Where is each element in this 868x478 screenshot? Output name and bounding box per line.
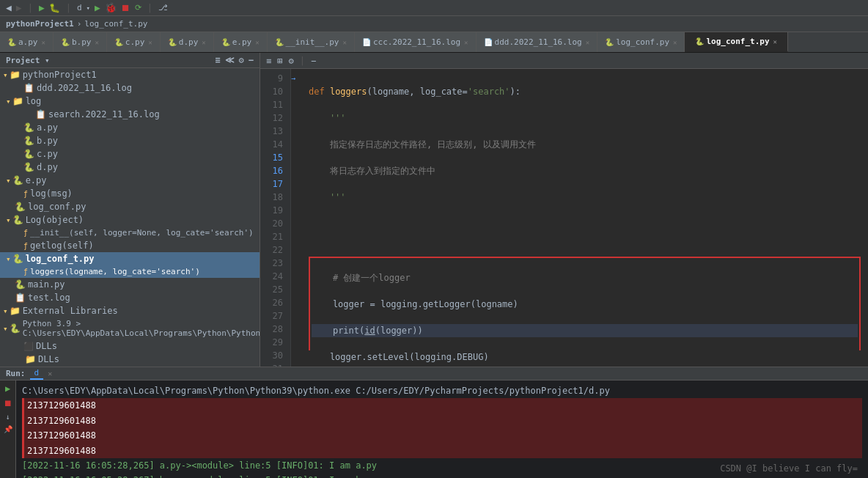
line-num-16: 16 bbox=[260, 164, 286, 177]
code-line-10: ''' bbox=[309, 111, 862, 125]
tree-item-log-conf-py[interactable]: 🐍 log_conf.py bbox=[0, 200, 260, 213]
code-line-15: # 创建一个logger bbox=[312, 271, 858, 284]
terminal-line-path: C:\Users\EDY\AppData\Local\Programs\Pyth… bbox=[22, 383, 862, 398]
toolbar-stop-btn[interactable]: ⏹ bbox=[121, 2, 130, 13]
tree-item-root[interactable]: ▾ 📁 pythonProject1 bbox=[0, 68, 260, 81]
tree-item-ext-libs[interactable]: ▾ 📁 External Libraries bbox=[0, 304, 260, 317]
debug-icon[interactable]: 🐛 bbox=[49, 3, 60, 13]
line-num-14: 14 bbox=[260, 138, 286, 151]
fn-icon-loggers: ƒ bbox=[23, 268, 28, 276]
toolbar-rerun-btn[interactable]: ⟳ bbox=[135, 3, 141, 12]
tab-b-close[interactable]: ✕ bbox=[95, 39, 98, 46]
code-line-11: 指定保存日志的文件路径, 日志级别, 以及调用文件 bbox=[309, 138, 862, 151]
tree-item-a-py[interactable]: 🐍 a.py bbox=[0, 121, 260, 134]
tab-e-py[interactable]: 🐍 e.py ✕ bbox=[214, 32, 268, 52]
sidebar: Project ▾ ≡ ≪ ⚙ − ▾ 📁 pythonProject1 📋 d… bbox=[0, 53, 260, 367]
tab-b-py[interactable]: 🐍 b.py ✕ bbox=[54, 32, 107, 52]
line-num-13: 13 bbox=[260, 125, 286, 138]
toolbar-debug-btn[interactable]: 🐞 bbox=[105, 2, 117, 13]
tab-ddd-log[interactable]: 📄 ddd.2022_11_16.log ✕ bbox=[477, 32, 598, 52]
line-num-11: 11 bbox=[260, 98, 286, 111]
tree-item-log-object[interactable]: ▾ 🐍 Log(object) bbox=[0, 213, 260, 227]
tree-item-log-folder[interactable]: ▾ 📁 log bbox=[0, 95, 260, 108]
tree-item-b-py[interactable]: 🐍 b.py bbox=[0, 134, 260, 147]
code-minus-icon[interactable]: − bbox=[311, 56, 316, 66]
py-icon-b: 🐍 bbox=[23, 136, 34, 146]
play-again-icon[interactable]: ▶ bbox=[5, 383, 10, 394]
tree-item-log-conf-t-py[interactable]: ▾ 🐍 log_conf_t.py bbox=[0, 252, 260, 265]
separator: | bbox=[28, 3, 33, 13]
fn-icon-init: ƒ bbox=[23, 229, 28, 237]
tab-log-conf-t-py[interactable]: 🐍 log_conf_t.py ✕ bbox=[685, 32, 788, 52]
vcs-icon[interactable]: ⎇ bbox=[158, 3, 168, 12]
tab-ccc-close[interactable]: ✕ bbox=[464, 39, 468, 46]
log-icon-test: 📋 bbox=[15, 293, 26, 303]
sidebar-icon-align[interactable]: ≡ bbox=[215, 55, 220, 65]
tab-ddd-close[interactable]: ✕ bbox=[586, 39, 589, 46]
run-tab-close[interactable]: ✕ bbox=[48, 369, 52, 378]
tab-log-conf-t-close[interactable]: ✕ bbox=[773, 38, 777, 45]
toolbar-label: d bbox=[77, 3, 82, 12]
class-open-icon: ▾ bbox=[6, 216, 11, 225]
tree-item-test-log[interactable]: 📋 test.log bbox=[0, 291, 260, 304]
stop-icon[interactable]: ⏹ bbox=[4, 398, 12, 408]
terminal-output-1: 2137129601488 bbox=[22, 398, 862, 413]
py-icon-e: 🐍 bbox=[12, 175, 23, 185]
code-line-16: logger = logging.getLogger(logname) bbox=[312, 298, 858, 311]
folder-e-open-icon: ▾ bbox=[6, 176, 11, 185]
tree-item-ddd-log[interactable]: 📋 ddd.2022_11_16.log bbox=[0, 81, 260, 95]
code-content: 9 10 11 12 13 14 15 16 17 18 19 20 21 22… bbox=[260, 69, 868, 367]
tab-ccc-log[interactable]: 📄 ccc.2022_11_16.log ✕ bbox=[355, 32, 477, 52]
sidebar-icon-collapse[interactable]: ≪ bbox=[225, 55, 235, 65]
tree-item-main-py[interactable]: 🐍 main.py bbox=[0, 278, 260, 291]
tab-a-close[interactable]: ✕ bbox=[42, 39, 45, 46]
hierarchy-icon[interactable]: ⊞ bbox=[277, 56, 282, 66]
tree-item-search-log[interactable]: 📋 search.2022_11_16.log bbox=[0, 108, 260, 121]
line-num-20: 20 bbox=[260, 217, 286, 230]
sidebar-icon-settings[interactable]: ⚙ bbox=[239, 55, 244, 65]
bottom-panel: Run: d ✕ ▶ ⏹ ↓ 📌 C:\Users\EDY\AppData\Lo… bbox=[0, 367, 868, 478]
toolbar-run-btn[interactable]: ▶ bbox=[95, 2, 100, 13]
folder-open2-icon: ▾ bbox=[6, 97, 11, 106]
run-icon[interactable]: ▶ bbox=[39, 2, 45, 13]
scroll-end-icon[interactable]: ↓ bbox=[5, 413, 10, 421]
tab-c-py[interactable]: 🐍 c.py ✕ bbox=[107, 32, 161, 52]
tab-a-py[interactable]: 🐍 a.py ✕ bbox=[0, 32, 54, 52]
nav-back-icon[interactable]: ◀ bbox=[6, 2, 12, 13]
tree-item-c-py[interactable]: 🐍 c.py bbox=[0, 147, 260, 161]
tree-item-d-py[interactable]: 🐍 d.py bbox=[0, 161, 260, 174]
code-line-13: ''' bbox=[309, 191, 862, 204]
code-line-18: logger.setLevel(logging.DEBUG) bbox=[309, 350, 862, 364]
tab-c-close[interactable]: ✕ bbox=[148, 39, 152, 46]
tree-item-loggers-fn[interactable]: ƒ loggers(logname, log_cate='search') bbox=[0, 265, 260, 278]
tab-e-close[interactable]: ✕ bbox=[255, 39, 259, 46]
tab-log-conf-py[interactable]: 🐍 log_conf.py ✕ bbox=[597, 32, 685, 52]
tree-item-e-py[interactable]: ▾ 🐍 e.py bbox=[0, 174, 260, 187]
run-bar: Run: d ✕ bbox=[0, 367, 868, 380]
structure-icon[interactable]: ≡ bbox=[266, 56, 271, 66]
code-text-area[interactable]: def loggers(logname, log_cate='search'):… bbox=[303, 69, 868, 367]
terminal-left-bar: ▶ ⏹ ↓ 📌 bbox=[0, 380, 16, 478]
terminal-output-4: 2137129601488 bbox=[22, 444, 862, 458]
tab-d-close[interactable]: ✕ bbox=[202, 39, 205, 46]
sidebar-icon-minus[interactable]: − bbox=[249, 55, 254, 65]
tree-item-python39[interactable]: ▾ 🐍 Python 3.9 > C:\Users\EDY\AppData\Lo… bbox=[0, 317, 260, 339]
line-num-10: 10 bbox=[260, 85, 286, 98]
tree-item-dlls[interactable]: 📁 DLLs bbox=[0, 353, 260, 366]
tab-d-py[interactable]: 🐍 d.py ✕ bbox=[161, 32, 214, 52]
tree-item-init-fn[interactable]: ƒ __init__(self, logger=None, log_cate='… bbox=[0, 227, 260, 239]
tree-item-log-msg[interactable]: ƒ log(msg) bbox=[0, 187, 260, 200]
file-name: log_conf_t.py bbox=[84, 19, 147, 29]
tab-log-conf-close[interactable]: ✕ bbox=[673, 39, 677, 46]
tree-item-getlog-fn[interactable]: ƒ getlog(self) bbox=[0, 239, 260, 252]
tree-item-binary-skeletons[interactable]: ⬛ DLLs bbox=[0, 339, 260, 353]
title-bar: pythonProject1 › log_conf_t.py bbox=[0, 16, 868, 32]
pin-icon[interactable]: 📌 bbox=[4, 425, 12, 433]
dropdown-icon[interactable]: ▾ bbox=[87, 4, 90, 12]
tab-init-close[interactable]: ✕ bbox=[342, 39, 346, 46]
tab-init-py[interactable]: 🐍 __init__.py ✕ bbox=[268, 32, 355, 52]
settings-code-icon[interactable]: ⚙ bbox=[288, 56, 293, 66]
project-name: pythonProject1 bbox=[6, 19, 74, 29]
run-tab-d[interactable]: d bbox=[30, 367, 44, 380]
nav-forward-icon[interactable]: ▶ bbox=[16, 2, 22, 13]
